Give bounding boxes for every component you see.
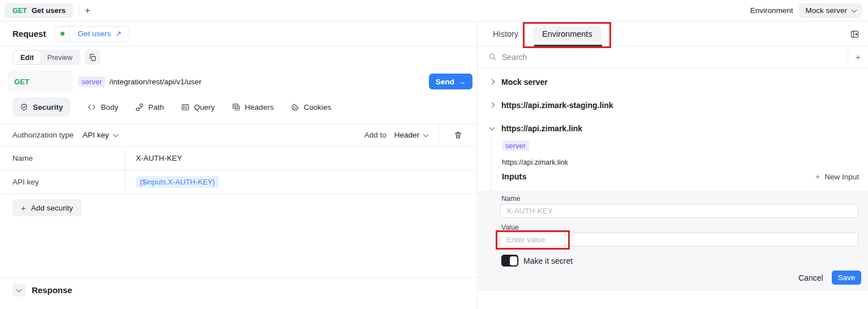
environment-select[interactable]: Mock server [799,3,862,18]
add-environment-button[interactable]: + [848,46,868,67]
api-client-window: GET Get users + Environment Mock server … [0,0,868,309]
new-tab-button[interactable]: + [79,3,96,18]
chevron-down-icon [16,286,22,292]
request-link-label: Get users [78,29,111,38]
add-to-select[interactable]: Header [394,131,428,139]
open-request-link[interactable]: Get users ↗ [70,29,128,38]
add-to-zone: Add to Header [364,124,477,146]
tab-headers[interactable]: Headers [232,97,274,117]
auth-row-key: Name [0,147,126,170]
add-to-value: Header [394,131,419,139]
mode-row: Edit Preview [12,50,100,65]
chevron-down-icon [113,131,118,137]
auth-name-text: X-AUTH-KEY [136,154,182,162]
environment-zone: Environment Mock server [750,3,862,18]
add-security-button[interactable]: + Add security [12,199,81,216]
send-button[interactable]: Send → [429,74,472,89]
status-dot-icon [61,32,65,36]
tab-preview[interactable]: Preview [41,51,79,64]
collapse-panel-button[interactable] [848,27,861,41]
request-tab-title: Get users [32,6,66,15]
request-title: Request [12,29,46,38]
inputs-header: Inputs + New Input [502,172,859,181]
tree-item-label: https://api.zimark.link [501,124,582,133]
response-collapse-button[interactable] [12,284,25,297]
table-row: Name X-AUTH-KEY [0,147,477,170]
auth-name-value[interactable]: X-AUTH-KEY [126,147,182,170]
tab-path[interactable]: Path [135,97,164,117]
new-input-label: New Input [824,173,859,181]
request-tab[interactable]: GET Get users [5,3,74,18]
authorization-type-value: API key [83,131,109,139]
new-input-button[interactable]: + New Input [815,172,859,181]
tab-cookies[interactable]: Cookies [291,97,332,117]
arrow-right-icon: → [458,78,466,86]
trash-icon [454,131,462,139]
make-it-secret-toggle[interactable] [501,255,518,267]
url-row: GET server /integration/rest/api/v1/user… [8,70,472,93]
authorization-row: Authorization type API key Add to Header [0,123,477,147]
table-row: API key {$inputs.X-AUTH-KEY} [0,170,477,194]
response-title: Response [32,285,72,295]
tab-edit[interactable]: Edit [14,51,41,64]
list-card-icon [181,103,190,111]
chevron-down-icon [489,125,495,130]
request-panel: Request Get users ↗ Edit Preview [0,22,478,309]
tree-item-production[interactable]: https://api.zimark.link [478,117,868,140]
cookie-icon [291,103,299,111]
environment-value: Mock server [805,6,847,15]
search-input[interactable] [502,53,848,62]
tab-query-label: Query [194,103,215,111]
authorization-type-select[interactable]: API key [83,131,118,139]
environment-label: Environment [750,6,793,15]
method-select[interactable]: GET [8,70,72,93]
tree-item-label: https://api.zimark-staging.link [501,101,613,110]
server-variable-badge: server [502,140,529,151]
input-variable-badge: {$inputs.X-AUTH-KEY} [136,176,219,188]
url-input[interactable]: server /integration/rest/api/v1/user [72,70,429,93]
tab-history[interactable]: History [493,22,518,46]
input-value-field[interactable] [500,233,858,247]
tab-path-label: Path [148,103,164,111]
table-stack-icon [232,103,240,111]
tab-body-label: Body [101,103,118,111]
tab-body[interactable]: Body [87,97,118,117]
chevron-right-icon [489,102,495,108]
add-to-label: Add to [364,131,386,139]
plus-icon: + [21,203,26,213]
chevron-right-icon [489,79,495,85]
tab-security[interactable]: Security [12,97,70,117]
authorization-type-label: Authorization type [12,131,74,139]
input-name-field[interactable] [500,204,858,218]
request-header: Request Get users ↗ [0,22,477,46]
external-link-icon: ↗ [115,29,122,38]
tab-cookies-label: Cookies [304,103,332,111]
inputs-title: Inputs [502,172,527,181]
send-label: Send [436,78,454,86]
top-tab-bar: GET Get users + Environment Mock server [0,0,868,22]
save-button[interactable]: Save [832,271,861,285]
shield-check-icon [20,103,28,111]
code-icon [87,103,96,111]
search-row: + [478,46,868,68]
copy-button[interactable] [85,50,100,65]
delete-security-button[interactable] [439,124,477,146]
tree-item-staging[interactable]: https://api.zimark-staging.link [478,93,868,117]
tab-query[interactable]: Query [181,97,215,117]
cancel-button[interactable]: Cancel [798,271,823,285]
chevron-down-icon [423,131,429,137]
divider [0,277,477,278]
request-tab-method: GET [12,7,27,15]
request-status-cell[interactable] [55,27,70,41]
search-icon [488,53,497,61]
environment-url: https://api.zimark.link [502,158,568,166]
toggle-knob [510,256,517,265]
add-security-label: Add security [31,204,73,212]
tab-environments[interactable]: Environments [533,26,601,42]
tree-item-mock-server[interactable]: Mock server [478,70,868,93]
auth-apikey-value[interactable]: {$inputs.X-AUTH-KEY} [126,170,219,194]
name-label: Name [501,195,520,203]
edit-preview-toggle: Edit Preview [12,50,80,65]
panel-collapse-icon [850,29,860,39]
url-path: /integration/rest/api/v1/user [109,78,201,86]
